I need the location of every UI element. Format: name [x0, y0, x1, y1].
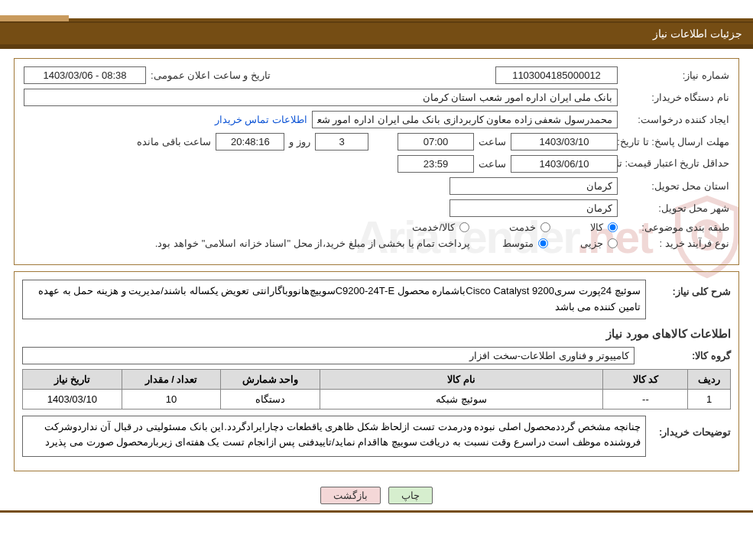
back-button[interactable]: بازگشت [320, 487, 381, 504]
print-button[interactable]: چاپ [388, 487, 433, 504]
cell-qty: 10 [122, 389, 221, 409]
requester-field[interactable] [312, 111, 618, 128]
price-valid-label: حداقل تاریخ اعتبار قیمت: تا تاریخ: [622, 157, 729, 170]
purchase-partial-radio[interactable] [608, 238, 618, 248]
time-label-2: ساعت [479, 158, 506, 170]
cell-date: 1403/03/10 [23, 389, 122, 409]
col-code: کد کالا [603, 369, 688, 389]
category-goods-text: کالا [590, 222, 603, 233]
buyer-org-label: نام دستگاه خریدار: [622, 92, 729, 103]
announce-field[interactable] [24, 66, 146, 84]
description-block: شرح کلی نیاز: اطلاعات کالاهای مورد نیاز … [14, 271, 739, 471]
col-date: تاریخ نیاز [23, 369, 122, 389]
need-number-field[interactable] [495, 66, 618, 84]
bottom-band [0, 510, 753, 515]
city-label: شهر محل تحویل: [622, 202, 729, 214]
category-label: طبقه بندی موضوعی: [622, 222, 729, 233]
city-field[interactable] [450, 199, 618, 217]
general-desc-label: شرح کلی نیاز: [651, 280, 731, 297]
requester-label: ایجاد کننده درخواست: [622, 114, 729, 125]
province-field[interactable] [450, 177, 618, 195]
reply-date-field[interactable] [511, 133, 618, 151]
days-remaining-field[interactable] [315, 133, 368, 151]
buyer-notes-label: توضیحات خریدار: [651, 416, 731, 438]
reply-deadline-label: مهلت ارسال پاسخ: تا تاریخ: [622, 136, 729, 147]
buyer-org-field[interactable] [24, 89, 618, 106]
price-valid-time-field[interactable] [398, 155, 474, 173]
category-goods-radio[interactable] [608, 222, 618, 232]
main-info-block: شماره نیاز: تاریخ و ساعت اعلان عمومی: نا… [14, 58, 739, 265]
group-label: گروه کالا: [639, 350, 731, 361]
announce-label: تاریخ و ساعت اعلان عمومی: [151, 70, 271, 81]
general-desc-field[interactable] [22, 280, 646, 319]
province-label: استان محل تحویل: [622, 180, 729, 192]
purchase-note: پرداخت تمام یا بخشی از مبلغ خرید،از محل … [155, 238, 470, 249]
category-service-text: خدمت [509, 222, 536, 233]
cell-row: 1 [688, 389, 731, 409]
col-name: نام کالا [320, 369, 602, 389]
purchase-medium-radio[interactable] [538, 238, 548, 248]
cell-unit: دستگاه [221, 389, 320, 409]
cell-name: سوئیچ شبکه [320, 389, 602, 409]
items-table: ردیف کد کالا نام کالا واحد شمارش تعداد /… [22, 369, 731, 409]
purchase-type-label: نوع فرآیند خرید : [622, 238, 729, 249]
category-goods-service-radio[interactable] [459, 222, 469, 232]
items-table-head-row: ردیف کد کالا نام کالا واحد شمارش تعداد /… [23, 369, 731, 389]
header-accent [0, 15, 69, 21]
table-row: 1 -- سوئیچ شبکه دستگاه 10 1403/03/10 [23, 389, 731, 409]
group-field[interactable] [22, 347, 635, 364]
cell-code: -- [603, 389, 688, 409]
page-title: جزئیات اطلاعات نیاز [0, 21, 753, 49]
buyer-notes-field[interactable] [22, 416, 646, 457]
contact-link[interactable]: اطلاعات تماس خریدار [215, 114, 307, 125]
time-label-1: ساعت [479, 136, 506, 147]
time-remaining-label: ساعت باقی مانده [137, 136, 211, 147]
header-band [0, 0, 753, 21]
items-section-head: اطلاعات کالاهای مورد نیاز [22, 327, 731, 341]
days-and-label: روز و [289, 136, 310, 147]
purchase-medium-text: متوسط [502, 238, 534, 249]
col-row: ردیف [688, 369, 731, 389]
category-service-radio[interactable] [540, 222, 550, 232]
need-number-label: شماره نیاز: [622, 70, 729, 81]
purchase-partial-text: جزیی [580, 238, 603, 249]
price-valid-date-field[interactable] [511, 155, 618, 173]
col-qty: تعداد / مقدار [122, 369, 221, 389]
category-goods-service-text: کالا/خدمت [412, 222, 455, 233]
col-unit: واحد شمارش [221, 369, 320, 389]
button-bar: چاپ بازگشت [14, 477, 739, 510]
reply-time-field[interactable] [398, 133, 474, 151]
time-remaining-field[interactable] [216, 133, 284, 151]
